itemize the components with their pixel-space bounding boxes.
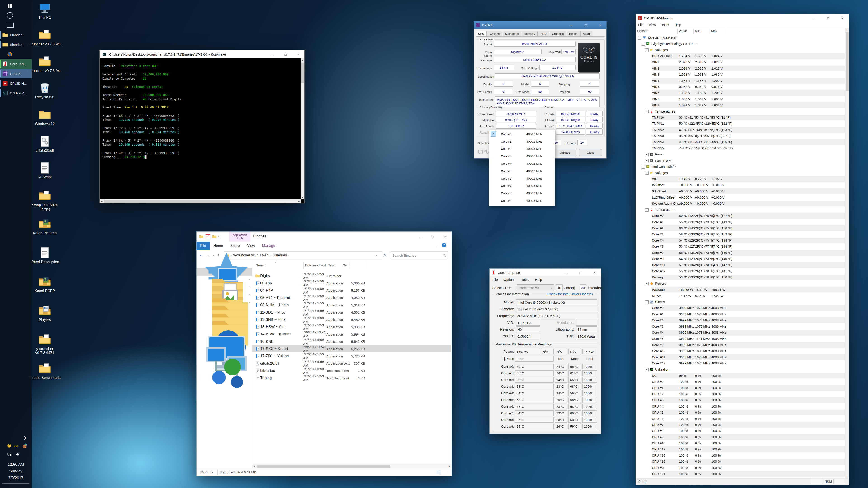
column-divider[interactable] xyxy=(350,262,350,269)
ribbon-collapse-icon[interactable]: ⌄ xyxy=(435,243,438,247)
maximize-button[interactable]: □ xyxy=(279,51,292,58)
sensor-row-cpu-1[interactable]: CPU #1100 %0 %100 % xyxy=(636,385,845,391)
minimize-button[interactable]: — xyxy=(267,51,279,58)
collapse-icon[interactable]: − xyxy=(642,165,645,168)
sensor-row-core-0[interactable]: Core #03999 MHz1078 MHz4003 MHz xyxy=(636,305,845,311)
sensor-row-cpu-17[interactable]: CPU #17100 %0 %100 % xyxy=(636,446,845,452)
core-option-4[interactable]: Core #44000.6 MHz xyxy=(489,160,555,167)
driver-updates-link[interactable]: Check for Intel Driver Updates xyxy=(547,292,594,296)
file-row-11-bd1-miyu[interactable]: 11-BD1 ~ Miyu7/7/2017 5:59 AMApplication… xyxy=(252,309,452,316)
taskbar-item-core-tem-[interactable]: Core Tem... xyxy=(0,59,32,69)
menu-tools[interactable]: Tools xyxy=(521,278,529,282)
column-header-date-modified[interactable]: Date modified xyxy=(305,263,326,267)
close-button[interactable]: × xyxy=(292,51,305,58)
scroll-right-icon[interactable]: ▶ xyxy=(297,199,301,203)
sensor-row-core-2[interactable]: Core #260 °C (140 °F)24 °C (75 °F)66 °C … xyxy=(636,225,845,231)
column-divider[interactable] xyxy=(726,29,726,34)
sensor-row-temperatures[interactable]: −Temperatures xyxy=(636,108,845,114)
core-option-9[interactable]: Core #94000.6 MHz xyxy=(489,197,555,204)
file-row-digits[interactable]: Digits7/7/2017 5:59 AMFile folder xyxy=(252,272,452,280)
search-box[interactable]: Search Binaries xyxy=(390,252,448,259)
sensor-row-core-11[interactable]: Core #113999 MHz1078 MHz4003 MHz xyxy=(636,354,845,360)
sensor-row-core-10[interactable]: Core #103999 MHz1098 MHz4003 MHz xyxy=(636,348,845,354)
sensor-row-cpu-3[interactable]: CPU #3100 %0 %100 % xyxy=(636,397,845,403)
sensor-row-cpu-2[interactable]: CPU #2100 %0 %100 % xyxy=(636,391,845,397)
file-row-libraries[interactable]: Libraries7/7/2017 5:59 AMText Document3 … xyxy=(252,367,452,375)
sensor-row-cpu-18[interactable]: CPU #18100 %0 %100 % xyxy=(636,453,845,459)
collapse-icon[interactable]: − xyxy=(645,368,649,371)
sensor-row-system-agent-offset[interactable]: System Agent Offset+0.000 V+0.000 V+0.00… xyxy=(636,200,845,206)
column-header-value[interactable]: Value xyxy=(679,29,687,33)
sensor-row-intel-core-i3-i5-i7[interactable]: −Intel Core i3/i5/i7 xyxy=(636,164,845,170)
tab-mainboard[interactable]: Mainboard xyxy=(503,31,522,36)
desktop-icon-noscript[interactable]: NoScript xyxy=(27,161,63,179)
sensor-row-clocks[interactable]: −Clocks xyxy=(636,299,845,305)
sensor-row-cpu-vcore[interactable]: CPU VCORE1.764 V1.680 V1.824 V xyxy=(636,53,845,59)
tab-graphics[interactable]: Graphics xyxy=(550,31,566,36)
sensor-row-fans[interactable]: +Fans xyxy=(636,151,845,158)
scroll-left-icon[interactable]: ◀ xyxy=(100,199,103,203)
column-divider[interactable] xyxy=(327,262,327,269)
sensor-row-cpu-5[interactable]: CPU #5100 %0 %100 % xyxy=(636,410,845,416)
core-option-2[interactable]: Core #24000.6 MHz xyxy=(489,145,555,153)
sensor-row-cpu-21[interactable]: CPU #21100 %0 %100 % xyxy=(636,471,845,477)
sensor-row-vin3[interactable]: VIN31.968 V1.968 V1.980 V xyxy=(636,71,845,77)
refresh-icon[interactable]: ↻ xyxy=(383,253,386,257)
taskbar-item-cpuid-h-[interactable]: CPUID H... xyxy=(0,78,32,88)
sensor-row-llc-ring-offset[interactable]: LLC/Ring Offset+0.000 V+0.000 V+0.000 V xyxy=(636,194,845,200)
scroll-down-icon[interactable]: ▼ xyxy=(845,474,849,478)
desktop-icon-y-cruncher-v0-7-3-94-[interactable]: y-cruncher v0.7.3.94... xyxy=(27,55,63,73)
close-button[interactable]: × xyxy=(594,21,607,29)
view-list-icon[interactable] xyxy=(437,470,441,475)
file-row-11-snb-hina[interactable]: 11-SNB ~ Hina7/7/2017 5:59 AMApplication… xyxy=(252,316,452,323)
list-hscrollbar[interactable]: ◀▶ xyxy=(252,464,452,468)
address-dropdown-icon[interactable]: ⌄ xyxy=(375,253,377,256)
collapse-icon[interactable]: − xyxy=(645,110,649,113)
cpu-select-dropdown[interactable]: Processor #0⌄ xyxy=(517,285,554,291)
hwm-scrollbar[interactable]: ▲▼ xyxy=(845,28,849,478)
validate-button[interactable]: Validate xyxy=(553,149,577,156)
minimize-button[interactable]: — xyxy=(414,232,426,241)
tab-about[interactable]: About xyxy=(581,31,593,36)
menu-help[interactable]: Help xyxy=(535,278,542,282)
sensor-row-fans-pwm[interactable]: +Fans PWM xyxy=(636,158,845,164)
sensor-row-vin6[interactable]: VIN61.188 V1.188 V1.200 V xyxy=(636,90,845,96)
core-option-3[interactable]: Core #34000.6 MHz xyxy=(489,153,555,160)
minimize-button[interactable]: — xyxy=(807,14,820,22)
menu-help[interactable]: Help xyxy=(674,23,681,27)
close-button[interactable]: × xyxy=(836,14,849,22)
scroll-right-icon[interactable]: ▶ xyxy=(449,465,451,467)
file-row-04-p4p[interactable]: 04-P4P7/7/2017 5:59 AMApplication5,157 K… xyxy=(252,287,452,294)
terminal-titlebar[interactable]: C:\Users\Kotori\Desktop\y-cruncher v0.7.… xyxy=(100,51,305,58)
scroll-thumb[interactable] xyxy=(257,465,391,468)
core-option-1[interactable]: Core #14000.6 MHz xyxy=(489,138,555,145)
sensor-row-core-9[interactable]: Core #958 °C (136 °F)23 °C (73 °F)66 °C … xyxy=(636,250,845,256)
sensor-row-core-4[interactable]: Core #43999 MHz1078 MHz4003 MHz xyxy=(636,330,845,336)
desktop-icon-players[interactable]: Players xyxy=(27,304,63,322)
close-button[interactable]: × xyxy=(439,232,452,241)
desktop-icon-cilkrts20-dll[interactable]: cilkrts20.dll xyxy=(27,135,63,153)
column-header-min[interactable]: Min xyxy=(695,29,700,33)
scroll-left-icon[interactable]: ◀ xyxy=(253,465,255,467)
start-button[interactable] xyxy=(0,1,32,10)
taskbar-item-firefox[interactable] xyxy=(0,50,32,59)
file-row-cilkrts20-dll[interactable]: cilkrts20.dll7/7/2017 5:59 AMApplication… xyxy=(252,360,452,367)
scroll-up-icon[interactable]: ▲ xyxy=(301,58,305,62)
tab-caches[interactable]: Caches xyxy=(487,31,502,36)
qat-customize-icon[interactable]: ▾ xyxy=(218,234,219,238)
sensor-row-package[interactable]: Package59 °C (138 °F)26 °C (78 °F)66 °C … xyxy=(636,274,845,281)
sensor-row-gigabyte-technology-co-ltd-[interactable]: −Gigabyte Technology Co. Ltd.... xyxy=(636,41,845,47)
sensor-row-voltages[interactable]: −Voltages xyxy=(636,47,845,53)
sensor-row-vin5[interactable]: VIN50.852 V0.852 V0.876 V xyxy=(636,84,845,90)
sensor-row-cpu-20[interactable]: CPU #20100 %0 %100 % xyxy=(636,465,845,471)
sensor-row-kotori-desktop[interactable]: −KOTORI-DESKTOP xyxy=(636,35,845,41)
desktop-icon-kotori-pictures[interactable]: Kotori Pictures xyxy=(27,217,63,235)
sensor-tree[interactable]: −KOTORI-DESKTOP−Gigabyte Technology Co. … xyxy=(636,35,845,478)
tab-bench[interactable]: Bench xyxy=(567,31,580,36)
sensor-row-cpu-0[interactable]: CPU #0100 %0 %100 % xyxy=(636,379,845,385)
sensor-row-cpu-4[interactable]: CPU #4100 %0 %100 % xyxy=(636,403,845,410)
sensor-row-uc[interactable]: UC99 %0 %100 % xyxy=(636,372,845,379)
sensor-row-tmpin5[interactable]: TMPIN5-54 °C (-67 °F)-54 °C (-67 °F)-54 … xyxy=(636,145,845,151)
desktop-icon-swap-test-suite-large-[interactable]: Swap Test Suite (large) xyxy=(27,189,63,211)
cortana-button[interactable] xyxy=(0,11,32,20)
